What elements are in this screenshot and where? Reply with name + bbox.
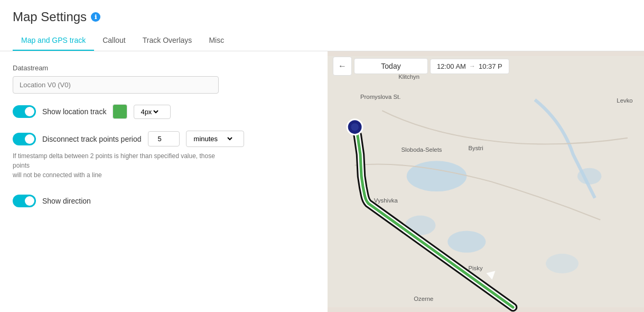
map-controls: ← Today 12:00 AM → 10:37 P bbox=[328, 57, 644, 76]
datastream-input[interactable] bbox=[13, 76, 219, 94]
tab-callout[interactable]: Callout bbox=[94, 32, 134, 51]
map-prev-button[interactable]: ← bbox=[333, 57, 352, 76]
map-svg: Klitchyn Promyslova St. Sloboda-Selets B… bbox=[328, 51, 644, 312]
label-sloboda: Sloboda-Selets bbox=[401, 146, 442, 153]
track-size-dropdown[interactable]: 4px 2px 6px 8px bbox=[138, 107, 160, 116]
show-location-toggle[interactable] bbox=[13, 105, 36, 118]
label-promyslova: Promyslova St. bbox=[360, 94, 400, 100]
show-location-track-row: Show location track 4px 2px 6px 8px bbox=[13, 104, 315, 119]
time-end: 10:37 P bbox=[479, 62, 502, 70]
disconnect-slider bbox=[13, 133, 36, 145]
disconnect-unit-dropdown[interactable]: minutes seconds hours bbox=[192, 134, 234, 143]
content-area: Datastream Show location track 4px 2px 6… bbox=[0, 51, 644, 312]
disconnect-label: Disconnect track points period bbox=[42, 135, 142, 143]
datastream-label: Datastream bbox=[13, 64, 315, 72]
tab-track-overlays[interactable]: Track Overlays bbox=[134, 32, 201, 51]
disconnect-value-input[interactable] bbox=[148, 131, 180, 146]
time-start: 12:00 AM bbox=[437, 62, 466, 70]
tab-misc[interactable]: Misc bbox=[200, 32, 232, 51]
track-size-select[interactable]: 4px 2px 6px 8px bbox=[134, 105, 171, 119]
svg-point-4 bbox=[546, 254, 578, 273]
label-levko: Levko bbox=[617, 97, 632, 104]
label-bystri: Bystri bbox=[468, 145, 483, 151]
svg-point-1 bbox=[407, 161, 467, 191]
direction-slider bbox=[13, 195, 36, 207]
label-vyshivka: Vyshivka bbox=[374, 197, 398, 204]
show-direction-label: Show direction bbox=[42, 197, 91, 205]
map-date-label[interactable]: Today bbox=[354, 58, 428, 74]
disconnect-hint: If timestamp delta between 2 points is h… bbox=[13, 151, 224, 180]
show-location-label: Show location track bbox=[42, 107, 106, 116]
label-ozerne: Ozerne bbox=[414, 296, 433, 302]
tab-bar: Map and GPS track Callout Track Overlays… bbox=[13, 32, 631, 51]
show-direction-row: Show direction bbox=[13, 195, 315, 207]
time-separator: → bbox=[469, 62, 475, 70]
header: Map Settings ℹ Map and GPS track Callout… bbox=[0, 0, 644, 51]
disconnect-unit-select[interactable]: minutes seconds hours bbox=[186, 131, 244, 147]
disconnect-row: Disconnect track points period minutes s… bbox=[13, 131, 315, 147]
show-direction-toggle[interactable] bbox=[13, 195, 36, 207]
map-area: ← Today 12:00 AM → 10:37 P bbox=[328, 51, 644, 312]
map-time-range: 12:00 AM → 10:37 P bbox=[430, 59, 509, 74]
toggle-slider bbox=[13, 105, 36, 118]
svg-point-2 bbox=[447, 231, 486, 252]
svg-point-8 bbox=[351, 123, 358, 131]
track-color-swatch[interactable] bbox=[113, 104, 127, 119]
tab-map-gps[interactable]: Map and GPS track bbox=[13, 32, 94, 51]
page-title-container: Map Settings ℹ bbox=[13, 10, 631, 24]
page-title: Map Settings bbox=[13, 10, 87, 24]
disconnect-toggle[interactable] bbox=[13, 133, 36, 145]
datastream-section: Datastream bbox=[13, 64, 315, 94]
label-pisky: Pisky bbox=[468, 265, 482, 271]
settings-panel: Datastream Show location track 4px 2px 6… bbox=[0, 51, 328, 312]
info-icon[interactable]: ℹ bbox=[91, 12, 100, 22]
